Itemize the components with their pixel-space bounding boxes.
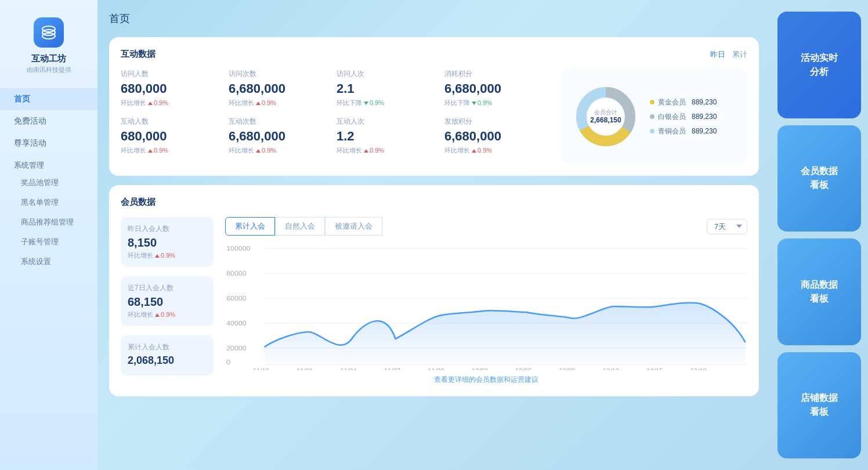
svg-text:80000: 80000 (226, 270, 247, 277)
stat-consume-points: 消耗积分 6,680,000 环比下降 0.9% (444, 69, 552, 107)
stat-interact-times: 互动次数 6,680,000 环比增长 0.9% (229, 117, 337, 155)
action-realtime-analysis[interactable]: 活动实时分析 (777, 12, 861, 118)
svg-text:11/30: 11/30 (428, 368, 444, 370)
page-title: 首页 (109, 12, 759, 26)
sidebar: 互动工坊 由南讯科技提供 首页 免费活动 尊享活动 系统管理 奖品池管理 黑名单… (0, 0, 97, 470)
member-stat-7days: 近7日入会人数 68,150 环比增长 0.9% (121, 276, 214, 326)
svg-text:12/18: 12/18 (690, 368, 707, 370)
stat-row-1: 访问人数 680,000 环比增长 0.9% 访问次数 6,680,000 环比… (121, 69, 552, 107)
member-stat-total: 累计入会人数 2,068,150 (121, 335, 214, 375)
tab-yesterday[interactable]: 昨日 (710, 49, 725, 60)
legend-bronze: 青铜会员 889,230 (650, 126, 717, 136)
stats-left: 访问人数 680,000 环比增长 0.9% 访问次数 6,680,000 环比… (121, 69, 552, 164)
interaction-section-title: 互动数据 (121, 49, 155, 60)
tab-cumulative[interactable]: 累计 (732, 49, 747, 60)
stat-row-2: 互动人数 680,000 环比增长 0.9% 互动次数 6,680,000 环比… (121, 117, 552, 155)
app-logo (34, 17, 64, 48)
main-content: 首页 互动数据 昨日 累计 访问人数 680,000 环比增长 0.9% (97, 0, 771, 470)
svg-text:12/12: 12/12 (603, 368, 619, 370)
member-section-header: 会员数据 (121, 197, 747, 208)
svg-text:12/06: 12/06 (515, 368, 531, 370)
svg-text:12/15: 12/15 (646, 368, 663, 370)
sidebar-nav: 首页 免费活动 尊享活动 系统管理 奖品池管理 黑名单管理 商品推荐组管理 子账… (0, 88, 97, 272)
sidebar-section-system: 系统管理 (0, 154, 97, 173)
member-stats: 昨日入会人数 8,150 环比增长 0.9% 近7日入会人数 68,150 环比… (121, 217, 214, 385)
member-stat-yesterday: 昨日入会人数 8,150 环比增长 0.9% (121, 217, 214, 267)
svg-text:20000: 20000 (226, 345, 247, 352)
action-member-dashboard[interactable]: 会员数据看板 (777, 125, 861, 232)
sidebar-item-settings[interactable]: 系统设置 (0, 252, 97, 272)
action-store-dashboard[interactable]: 店铺数据看板 (777, 352, 861, 459)
legend-silver: 白银会员 889,230 (650, 112, 717, 122)
brand-name: 互动工坊 (31, 53, 66, 64)
member-layout: 昨日入会人数 8,150 环比增长 0.9% 近7日入会人数 68,150 环比… (121, 217, 747, 385)
donut-section: 会员合计 2,668,150 黄金会员 889,230 白银会员 889,230 (562, 69, 747, 164)
svg-text:11/24: 11/24 (341, 368, 357, 370)
interaction-tab-group: 昨日 累计 (710, 49, 747, 60)
chart-footer-link[interactable]: 查看更详细的会员数据和运营建议 (225, 375, 747, 385)
sidebar-item-premium-activity[interactable]: 尊享活动 (0, 132, 97, 154)
chart-tab-cumulative[interactable]: 累计入会 (225, 217, 275, 236)
svg-text:12/03: 12/03 (472, 368, 488, 370)
stat-interact-pv: 互动人次 1.2 环比增长 0.9% (337, 117, 444, 155)
donut-legend: 黄金会员 889,230 白银会员 889,230 青铜会员 889,230 (650, 97, 717, 136)
svg-text:0: 0 (226, 359, 230, 366)
chart-area: 累计入会 自然入会 被邀请入会 7天 30天 90天 100000 80000 … (225, 217, 747, 385)
member-data-card: 会员数据 昨日入会人数 8,150 环比增长 0.9% 近7日入会人数 68,1… (109, 185, 759, 396)
stat-visit-users: 访问人数 680,000 环比增长 0.9% (121, 69, 229, 107)
svg-text:40000: 40000 (226, 320, 247, 327)
donut-chart: 会员合计 2,668,150 (571, 82, 641, 151)
svg-text:60000: 60000 (226, 295, 247, 302)
svg-point-6 (588, 99, 623, 134)
svg-text:11/27: 11/27 (384, 368, 400, 370)
chart-tab-invited[interactable]: 被邀请入会 (325, 217, 382, 236)
sidebar-item-subaccount[interactable]: 子账号管理 (0, 232, 97, 252)
svg-text:11/19: 11/19 (253, 368, 269, 370)
svg-text:11/21: 11/21 (296, 368, 313, 370)
stat-interact-users: 互动人数 680,000 环比增长 0.9% (121, 117, 229, 155)
chart-filter-select[interactable]: 7天 30天 90天 (707, 219, 747, 234)
stat-visit-times: 访问次数 6,680,000 环比增长 0.9% (229, 69, 337, 107)
sidebar-item-free-activity[interactable]: 免费活动 (0, 110, 97, 132)
sidebar-item-prize-pool[interactable]: 奖品池管理 (0, 173, 97, 193)
stat-issue-points: 发放积分 6,680,000 环比增长 0.9% (444, 117, 552, 155)
svg-text:100000: 100000 (226, 245, 251, 252)
stat-visit-pv: 访问人次 2.1 环比下降 0.9% (337, 69, 444, 107)
interaction-layout: 访问人数 680,000 环比增长 0.9% 访问次数 6,680,000 环比… (121, 69, 747, 164)
sidebar-item-home[interactable]: 首页 (0, 88, 97, 110)
interaction-section-header: 互动数据 昨日 累计 (121, 49, 747, 60)
legend-gold: 黄金会员 889,230 (650, 97, 717, 107)
brand-sub: 由南讯科技提供 (27, 66, 71, 74)
chart-tab-natural[interactable]: 自然入会 (275, 217, 325, 236)
sidebar-item-blacklist[interactable]: 黑名单管理 (0, 193, 97, 212)
action-product-dashboard[interactable]: 商品数据看板 (777, 238, 861, 345)
sidebar-item-product-recommend[interactable]: 商品推荐组管理 (0, 212, 97, 232)
right-panel: 活动实时分析 会员数据看板 商品数据看板 店铺数据看板 (771, 0, 868, 470)
member-section-title: 会员数据 (121, 197, 155, 208)
chart-tabs: 累计入会 自然入会 被邀请入会 7天 30天 90天 (225, 217, 747, 236)
svg-text:12/09: 12/09 (559, 368, 575, 370)
interaction-data-card: 互动数据 昨日 累计 访问人数 680,000 环比增长 0.9% 访问次数 6… (109, 37, 759, 176)
line-chart: 100000 80000 60000 40000 20000 0 (225, 243, 747, 370)
